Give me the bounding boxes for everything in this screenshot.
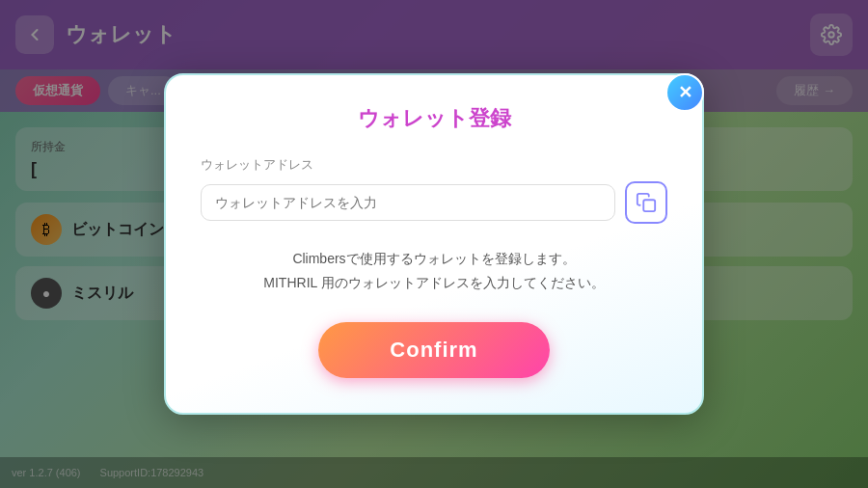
- paste-button[interactable]: [625, 181, 667, 224]
- input-label: ウォレットアドレス: [201, 156, 667, 174]
- confirm-button[interactable]: Confirm: [318, 322, 550, 378]
- wallet-modal: ✕ ウォレット登録 ウォレットアドレス Climbersで使用するウォレットを登…: [164, 73, 704, 415]
- close-button[interactable]: ✕: [665, 73, 704, 112]
- input-row: [201, 181, 667, 224]
- wallet-address-input[interactable]: [201, 184, 615, 221]
- modal-description: Climbersで使用するウォレットを登録します。 MITHRIL 用のウォレッ…: [201, 247, 667, 295]
- modal-overlay: ✕ ウォレット登録 ウォレットアドレス Climbersで使用するウォレットを登…: [0, 0, 868, 488]
- modal-title: ウォレット登録: [201, 104, 667, 133]
- svg-rect-1: [643, 200, 655, 211]
